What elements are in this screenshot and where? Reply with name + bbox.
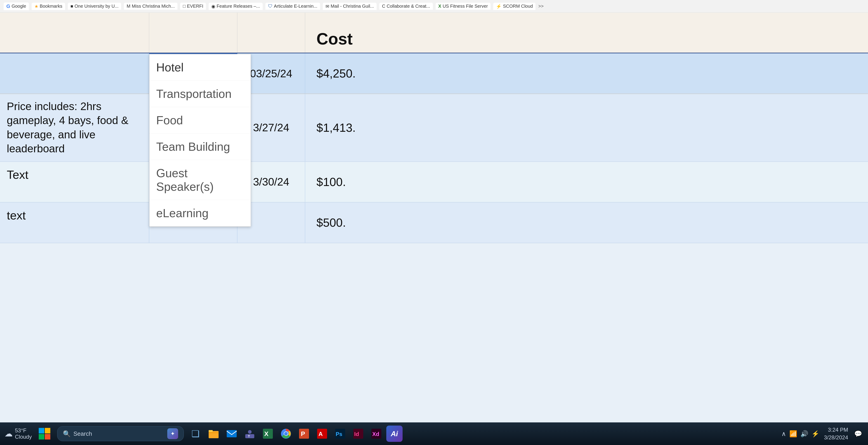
bookmarks-favicon: ★ bbox=[34, 4, 38, 9]
tab-scorm[interactable]: ⚡ SCORM Cloud bbox=[493, 3, 535, 10]
row1-cost: $1,413. bbox=[305, 94, 868, 161]
header-date bbox=[237, 13, 305, 53]
photoshop-icon[interactable]: Ps bbox=[332, 425, 348, 442]
tab-articulate[interactable]: 🛡 Articulate E-Learnin... bbox=[266, 3, 320, 10]
more-tabs-button[interactable]: >> bbox=[538, 4, 544, 9]
tab-usfitness[interactable]: X US Fitness File Server bbox=[436, 3, 491, 10]
svg-rect-6 bbox=[227, 430, 237, 437]
weather-widget: ☁ 53°F Cloudy bbox=[4, 427, 32, 440]
task-view-button[interactable]: ❑ bbox=[187, 425, 204, 442]
tab-everfi[interactable]: □ EVERFI bbox=[180, 3, 206, 10]
search-icon: 🔍 bbox=[63, 430, 71, 438]
chrome-icon[interactable] bbox=[278, 425, 294, 442]
weather-temp: 53°F bbox=[15, 427, 32, 434]
misschristina-favicon: M bbox=[127, 4, 130, 9]
excel-icon[interactable]: X bbox=[260, 425, 276, 442]
battery-icon: ⚡ bbox=[811, 430, 819, 438]
tab-bookmarks[interactable]: ★ Bookmarks bbox=[32, 3, 65, 10]
category-dropdown-menu[interactable]: Hotel Transportation Food Team Building … bbox=[149, 54, 251, 227]
tab-google[interactable]: G Google bbox=[4, 2, 29, 10]
tab-one-university[interactable]: ■ One University by U... bbox=[68, 3, 121, 10]
header-category bbox=[149, 13, 237, 53]
dropdown-item-guest-speaker[interactable]: Guest Speaker(s) bbox=[149, 160, 251, 200]
dropdown-item-transportation[interactable]: Transportation bbox=[149, 81, 251, 107]
spreadsheet-area: Cost Hotel Transportation Food Team Buil… bbox=[0, 13, 868, 422]
row2-description: Text bbox=[0, 162, 149, 202]
teams-icon[interactable]: T bbox=[242, 425, 258, 442]
tab-mail[interactable]: ✉ Mail - Christina Guil... bbox=[323, 3, 377, 10]
volume-icon: 🔊 bbox=[800, 430, 808, 438]
row2-cost: $100. bbox=[305, 162, 868, 202]
powerpoint-icon[interactable]: P bbox=[296, 425, 312, 442]
dropdown-item-elearning[interactable]: eLearning bbox=[149, 200, 251, 226]
svg-point-7 bbox=[248, 430, 252, 434]
everfi-favicon: □ bbox=[183, 4, 186, 9]
table-row: Text 3/30/24 $100. bbox=[0, 162, 868, 202]
svg-text:Xd: Xd bbox=[372, 431, 379, 437]
table-row: text $500. bbox=[0, 202, 868, 243]
chevron-up-icon[interactable]: ∧ bbox=[781, 430, 786, 438]
weather-icon: ☁ bbox=[4, 429, 13, 439]
dropdown-item-hotel[interactable]: Hotel bbox=[149, 54, 251, 81]
search-ai-sparkle: ✦ bbox=[167, 428, 178, 439]
file-explorer-icon[interactable] bbox=[206, 425, 222, 442]
table-row: Price includes: 2hrs gameplay, 4 bays, f… bbox=[0, 94, 868, 162]
row3-cost: $500. bbox=[305, 202, 868, 243]
start-button[interactable] bbox=[35, 426, 54, 441]
svg-text:Id: Id bbox=[354, 431, 359, 437]
articulate-favicon: 🛡 bbox=[268, 4, 273, 9]
row1-description: Price includes: 2hrs gameplay, 4 bays, f… bbox=[0, 94, 149, 161]
svg-text:X: X bbox=[264, 430, 269, 437]
svg-rect-4 bbox=[209, 431, 219, 438]
taskbar: ☁ 53°F Cloudy 🔍 Search ✦ ❑ bbox=[0, 422, 868, 445]
tray-icons: ∧ 📶 🔊 ⚡ bbox=[781, 430, 819, 438]
header-cost: Cost bbox=[305, 13, 868, 53]
selected-row-cost: $4,250. bbox=[305, 53, 868, 94]
svg-rect-3 bbox=[45, 434, 51, 440]
row3-description: text bbox=[0, 202, 149, 243]
svg-text:Ps: Ps bbox=[336, 431, 342, 437]
svg-rect-0 bbox=[39, 428, 44, 434]
system-tray: ∧ 📶 🔊 ⚡ 3:24 PM 3/28/2024 💬 bbox=[781, 426, 864, 441]
header-description bbox=[0, 13, 149, 53]
taskbar-app-icons: ❑ T X bbox=[187, 425, 403, 442]
dropdown-item-food[interactable]: Food bbox=[149, 107, 251, 134]
mail-icon[interactable] bbox=[223, 425, 240, 442]
wifi-icon: 📶 bbox=[789, 430, 797, 438]
clock-time: 3:24 PM bbox=[824, 426, 848, 434]
illustrator-icon[interactable]: Ai bbox=[386, 425, 403, 442]
notification-center-button[interactable]: 💬 bbox=[852, 428, 864, 439]
google-favicon: G bbox=[6, 3, 10, 9]
weather-info-text: 53°F Cloudy bbox=[15, 427, 32, 440]
xd-icon[interactable]: Xd bbox=[368, 425, 384, 442]
collaborate-favicon: C bbox=[382, 4, 385, 9]
svg-rect-2 bbox=[39, 434, 44, 440]
windows-logo-icon bbox=[38, 427, 51, 440]
clock-date: 3/28/2024 bbox=[824, 434, 848, 441]
indesign-icon[interactable]: Id bbox=[350, 425, 366, 442]
svg-rect-5 bbox=[209, 430, 213, 432]
table-header: Cost bbox=[0, 13, 868, 53]
tab-collaborate[interactable]: C Collaborate & Creat... bbox=[379, 3, 433, 10]
browser-tab-bar: G Google ★ Bookmarks ■ One University by… bbox=[0, 0, 868, 13]
dropdown-item-team-building[interactable]: Team Building bbox=[149, 134, 251, 160]
mail-favicon: ✉ bbox=[326, 4, 329, 9]
system-clock[interactable]: 3:24 PM 3/28/2024 bbox=[824, 426, 848, 441]
selected-row-description bbox=[0, 53, 149, 94]
svg-text:A: A bbox=[318, 431, 323, 437]
svg-text:P: P bbox=[301, 430, 305, 437]
search-label: Search bbox=[73, 430, 92, 437]
taskbar-search-bar[interactable]: 🔍 Search ✦ bbox=[57, 426, 184, 441]
svg-rect-1 bbox=[45, 428, 51, 434]
scorm-favicon: ⚡ bbox=[496, 4, 502, 9]
tab-feature-releases[interactable]: ◉ Feature Releases –... bbox=[209, 3, 262, 10]
acrobat-icon[interactable]: A bbox=[314, 425, 330, 442]
svg-point-14 bbox=[284, 432, 288, 436]
weather-condition: Cloudy bbox=[15, 434, 32, 440]
svg-text:T: T bbox=[248, 434, 250, 438]
usfitness-favicon: X bbox=[438, 4, 441, 9]
selected-table-row: Hotel Transportation Food Team Building … bbox=[0, 53, 868, 94]
featurereleases-favicon: ◉ bbox=[211, 4, 215, 9]
tab-miss-christina[interactable]: M Miss Christina Mich... bbox=[124, 3, 178, 10]
oneuniversity-favicon: ■ bbox=[70, 4, 73, 9]
